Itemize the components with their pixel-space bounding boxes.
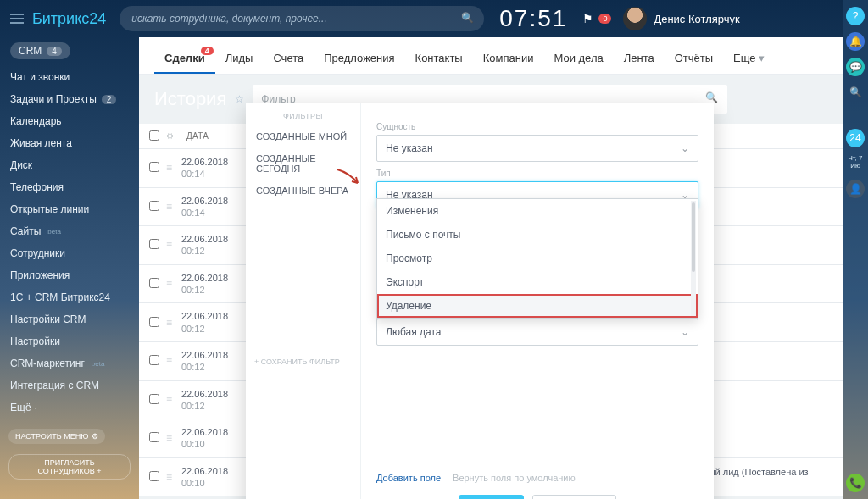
favorite-icon[interactable]: ☆ [235,93,244,105]
sidebar-item[interactable]: 1С + CRM Битрикс24 [0,286,139,308]
dropdown-option[interactable]: Экспорт [377,270,698,294]
dropdown-option[interactable]: Удаление [377,294,698,318]
tab[interactable]: Лиды [215,52,264,74]
chevron-down-icon: ⌄ [681,142,689,154]
configure-menu-button[interactable]: НАСТРОИТЬ МЕНЮ ⚙ [8,429,105,444]
dropdown-option[interactable]: Письмо с почты [377,223,698,247]
sidebar-item[interactable]: CRM-маркетингbeta [0,352,139,374]
drag-icon[interactable]: ≡ [166,162,181,174]
row-checkbox[interactable] [149,239,159,249]
tab[interactable]: Компании [473,52,544,74]
row-checkbox[interactable] [149,162,159,172]
tab[interactable]: Мои дела [543,52,613,74]
sidebar-item[interactable]: Ещё · [0,396,139,419]
crm-label: CRM [19,45,42,57]
global-search-input[interactable] [120,6,484,31]
drag-icon[interactable]: ≡ [166,394,181,406]
drag-icon[interactable]: ≡ [166,355,181,367]
tasks-icon[interactable]: ⚑ [582,12,593,25]
user-name[interactable]: Денис Котлярчук [654,13,739,25]
sidebar-item[interactable]: Задачи и Проекты2 [0,88,139,110]
drag-icon[interactable]: ≡ [166,432,181,444]
tasks-badge: 0 [598,14,611,24]
sidebar-item[interactable]: Интеграция с CRM [0,374,139,396]
tab[interactable]: Лента [614,52,665,74]
select-all-checkbox[interactable] [149,130,159,141]
global-search[interactable]: 🔍 [120,6,484,31]
tab[interactable]: Счета [263,52,314,74]
sidebar-item[interactable]: Сотрудники [0,242,139,264]
tab[interactable]: Отчёты [665,52,723,74]
type-dropdown-list: ИзмененияПисьмо с почтыПросмотрЭкспортУд… [376,198,698,319]
chevron-down-icon: ⌄ [681,326,689,338]
filter-preset[interactable]: СОЗДАННЫЕ МНОЙ [246,125,360,147]
save-filter-button[interactable]: + СОХРАНИТЬ ФИЛЬТР [246,346,360,378]
crm-chip[interactable]: CRM 4 [10,42,70,59]
row-checkbox[interactable] [149,355,159,365]
callout-arrow [336,168,361,192]
row-checkbox[interactable] [149,471,159,481]
entity-select[interactable]: Не указан⌄ [376,135,698,162]
sidebar-item[interactable]: Открытые линии [0,198,139,220]
sidebar-item[interactable]: Чат и звонки [0,66,139,88]
sidebar-item[interactable]: Настройки [0,330,139,352]
col-date-header[interactable]: ДАТА [186,131,254,141]
add-field-link[interactable]: Добавить поле [376,473,441,483]
sidebar-item[interactable]: Телефония [0,176,139,198]
logo[interactable]: Битрикс24 [32,10,106,28]
sidebar-item[interactable]: Живая лента [0,132,139,154]
tab[interactable]: Сделки4 [154,52,215,74]
filter-presets-title: ФИЛЬТРЫ [246,112,360,120]
dropdown-option[interactable]: Просмотр [377,247,698,270]
sidebar-item[interactable]: Сайтыbeta [0,220,139,242]
b24-badge[interactable]: 24 [846,129,865,147]
restore-defaults-link[interactable]: Вернуть поля по умолчанию [453,473,576,483]
drag-icon[interactable]: ≡ [166,471,181,483]
reset-button[interactable]: СБРОСИТЬ [532,495,616,499]
row-checkbox[interactable] [149,432,159,442]
grid-settings-icon[interactable]: ⚙ [166,131,178,141]
sidebar-item[interactable]: Настройки CRM [0,308,139,330]
filter-search-icon[interactable]: 🔍 [705,91,718,103]
drag-icon[interactable]: ≡ [166,278,181,290]
sidebar-item[interactable]: Календарь [0,110,139,132]
row-checkbox[interactable] [149,201,159,211]
rail-user-icon[interactable]: 👤 [846,180,865,198]
date-select[interactable]: Любая дата⌄ [376,319,698,346]
main-menu-icon[interactable] [10,14,24,24]
find-button[interactable]: НАЙТИ [459,495,523,499]
messenger-icon[interactable]: 💬 [846,58,865,76]
type-field-label: Тип [376,169,698,178]
row-checkbox[interactable] [149,394,159,404]
drag-icon[interactable]: ≡ [166,201,181,213]
rail-date: Чт, 7 Ию [843,154,868,169]
help-icon[interactable]: ? [846,7,865,25]
sidebar-item[interactable]: Диск [0,154,139,176]
entity-field-label: Сущность [376,122,698,131]
sidebar-item[interactable]: Приложения [0,264,139,286]
row-checkbox[interactable] [149,317,159,327]
invite-button[interactable]: ПРИГЛАСИТЬ СОТРУДНИКОВ + [8,454,131,480]
notifications-icon[interactable]: 🔔 [846,32,865,51]
dropdown-scrollbar[interactable] [691,201,696,316]
drag-icon[interactable]: ≡ [166,317,181,329]
search-icon[interactable]: 🔍 [461,12,474,24]
dropdown-option[interactable]: Изменения [377,199,698,223]
call-icon[interactable]: 📞 [846,474,865,492]
page-title: История [154,88,226,110]
tab[interactable]: Предложения [314,52,404,74]
clock: 07:51 [499,5,567,32]
user-avatar[interactable] [623,7,647,30]
drag-icon[interactable]: ≡ [166,239,181,251]
tab[interactable]: Еще ▾ [723,52,775,74]
filter-panel: ФИЛЬТРЫ СОЗДАННЫЕ МНОЙСОЗДАННЫЕ СЕГОДНЯС… [246,103,714,499]
crm-count: 4 [47,47,62,56]
search-icon-rail[interactable]: 🔍 [846,83,865,102]
row-checkbox[interactable] [149,278,159,288]
tab[interactable]: Контакты [405,52,473,74]
